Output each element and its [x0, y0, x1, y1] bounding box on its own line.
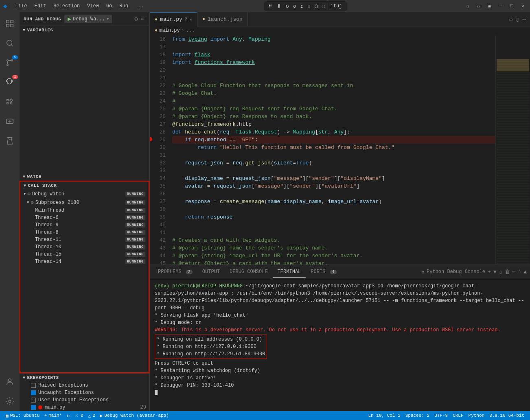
tab-more-icon[interactable]: ⋯: [522, 15, 527, 24]
bp-user-uncaught-checkbox[interactable]: [31, 398, 36, 402]
debug-restart-btn[interactable]: ↧: [306, 2, 312, 10]
terminal-split-icon[interactable]: ▯: [499, 269, 502, 275]
window-layout3-btn[interactable]: ⊞: [486, 2, 493, 10]
activity-source-control-icon[interactable]: 5: [0, 53, 20, 72]
debug-reconnect-btn[interactable]: ▢: [320, 2, 327, 10]
debug-config-selector[interactable]: ▶ Debug Wa... ▼: [64, 15, 112, 23]
status-encoding[interactable]: UTF-8: [432, 411, 450, 420]
bp-mainpy-checkbox[interactable]: [31, 405, 36, 410]
activity-explorer-icon[interactable]: [0, 14, 20, 33]
terminal-collapse-icon[interactable]: ⌃: [518, 269, 521, 275]
tab-mainpy[interactable]: ● main.py 2 ✕: [150, 12, 197, 26]
status-eol[interactable]: CRLF: [450, 411, 466, 420]
activity-extensions-icon[interactable]: [0, 92, 20, 112]
callstack-arrow-icon: ▼: [24, 184, 26, 188]
error-icon: ⛌: [74, 413, 79, 418]
terminal-more-icon[interactable]: ⋯: [512, 269, 516, 275]
menu-run[interactable]: Run: [116, 2, 131, 10]
window-close-btn[interactable]: ✕: [519, 2, 527, 10]
watch-header[interactable]: ▼ WATCH: [20, 173, 149, 181]
status-debug[interactable]: ▶ Debug Watch (avatar-app): [98, 411, 171, 420]
debug-step-over-btn[interactable]: ⏸: [275, 2, 283, 10]
tab-ports[interactable]: PORTS 4: [306, 267, 341, 277]
status-errors[interactable]: ⛌ 0: [72, 411, 86, 420]
callstack-group-subprocess[interactable]: ▼ ⚙ Subprocess 2180 RUNNING: [20, 198, 149, 207]
editor-layout-icon[interactable]: ▯: [515, 15, 520, 24]
gear-config-icon[interactable]: ⚙: [134, 15, 138, 23]
debug-step-into-btn[interactable]: ↻: [284, 2, 291, 10]
activity-remote-icon[interactable]: [0, 112, 20, 131]
status-warnings[interactable]: △ 2: [86, 411, 98, 420]
status-git-branch[interactable]: ⌖ main*: [42, 411, 64, 420]
line-num-27: 27: [150, 120, 166, 128]
activity-settings-icon[interactable]: [0, 392, 20, 411]
variables-section: ▼ VARIABLES: [20, 26, 149, 34]
debug-continue-btn[interactable]: ↥: [298, 2, 305, 10]
code-line-22: # Google Cloud Function that responds to…: [172, 82, 495, 90]
code-line-41: [172, 229, 495, 236]
split-editor-icon[interactable]: ▭: [508, 15, 513, 24]
expand-icon: ▼: [24, 192, 26, 196]
callstack-thread6[interactable]: Thread-6 RUNNING: [20, 214, 149, 221]
variables-header[interactable]: ▼ VARIABLES: [20, 26, 149, 34]
callstack-group-debug-watch[interactable]: ▼ ⚙ Debug Watch RUNNING: [20, 190, 149, 198]
callstack-thread8[interactable]: Thread-8 RUNNING: [20, 229, 149, 236]
callstack-thread15[interactable]: Thread-15 RUNNING: [20, 251, 149, 258]
callstack-thread14[interactable]: Thread-14 RUNNING: [20, 258, 149, 265]
line-num-31: 31: [150, 151, 166, 159]
code-editor[interactable]: 16 17 18 19 20 21 22 23 24 25 26 27 28 2…: [150, 35, 495, 265]
window-layout2-btn[interactable]: ▭: [475, 2, 482, 10]
window-minimize-btn[interactable]: —: [497, 2, 504, 10]
tab-debug-console[interactable]: DEBUG CONSOLE: [225, 267, 273, 277]
debug-stop-btn[interactable]: ◯: [313, 2, 320, 10]
window-maximize-btn[interactable]: □: [508, 2, 516, 10]
more-actions-icon[interactable]: ⋯: [140, 15, 145, 23]
line-numbers: 16 17 18 19 20 21 22 23 24 25 26 27 28 2…: [150, 35, 172, 265]
status-language[interactable]: Python: [466, 411, 487, 420]
status-line-col[interactable]: Ln 19, Col 1: [366, 411, 403, 420]
tab-terminal[interactable]: TERMINAL: [273, 267, 306, 278]
callstack-mainthread[interactable]: MainThread RUNNING: [20, 207, 149, 214]
terminal-maximize-icon[interactable]: ▲: [523, 269, 527, 275]
file-icon: ●: [155, 17, 158, 22]
breakpoints-header[interactable]: ▼ BREAKPOINTS: [20, 374, 149, 382]
activity-search-icon[interactable]: [0, 33, 20, 53]
activity-test-icon[interactable]: [0, 131, 20, 151]
debug-step-out-btn[interactable]: ↺: [291, 2, 298, 10]
terminal-trash-icon[interactable]: 🗑: [505, 269, 510, 275]
menu-selection[interactable]: Selection: [50, 2, 83, 10]
tab-launch-json[interactable]: ● launch.json: [197, 12, 248, 26]
callstack-thread11[interactable]: Thread-11 RUNNING: [20, 236, 149, 243]
callstack-thread10[interactable]: Thread-10 RUNNING: [20, 243, 149, 251]
tab-mainpy-close-btn[interactable]: ✕: [190, 17, 192, 22]
bp-uncaught-checkbox[interactable]: [31, 390, 36, 395]
thread-name: MainThread: [35, 208, 125, 213]
status-wsl[interactable]: ▦ WSL: Ubuntu: [3, 411, 42, 420]
terminal-body[interactable]: (env) pierrick@LAPTOP-HKU5PNNG:~/git/goo…: [150, 279, 530, 411]
tab-output[interactable]: OUTPUT: [197, 267, 225, 277]
callstack-header[interactable]: ▼ CALL STACK: [20, 182, 149, 190]
terminal-add-icon[interactable]: +: [488, 269, 491, 275]
menu-bar: File Edit Selection View Go Run ...: [12, 2, 148, 10]
callstack-thread9[interactable]: Thread-9 RUNNING: [20, 221, 149, 229]
breadcrumb-mainpy[interactable]: main.py: [159, 28, 180, 33]
debug-header: RUN AND DEBUG ▶ Debug Wa... ▼ ⚙ ⋯: [20, 12, 149, 26]
activity-debug-icon[interactable]: 1: [0, 72, 20, 92]
menu-edit[interactable]: Edit: [31, 2, 49, 10]
editor-area: ● main.py 2 ✕ ● launch.json ▭ ▯ ⋯ ● main…: [150, 12, 530, 411]
tab-problems[interactable]: PROBLEMS 2: [153, 267, 197, 277]
status-sync[interactable]: ↻: [64, 411, 72, 420]
debug-pause-btn[interactable]: ⠿: [267, 2, 274, 10]
bp-raised-checkbox[interactable]: [31, 383, 36, 388]
menu-go[interactable]: Go: [103, 2, 115, 10]
status-python-version[interactable]: 3.8.10 64-bit: [487, 411, 527, 420]
status-spaces[interactable]: Spaces: 2: [403, 411, 432, 420]
activity-account-icon[interactable]: [0, 372, 20, 392]
line-col-label: Ln 19, Col 1: [368, 413, 401, 418]
window-layout-btn[interactable]: ▯: [464, 2, 471, 10]
callstack-section: ▼ CALL STACK ▼ ⚙ Debug Watch RUNNING ▼ ⚙…: [20, 181, 149, 373]
terminal-dropdown-icon[interactable]: ▼: [493, 269, 497, 275]
menu-view[interactable]: View: [84, 2, 102, 10]
menu-file[interactable]: File: [12, 2, 31, 10]
menu-more[interactable]: ...: [132, 2, 148, 10]
